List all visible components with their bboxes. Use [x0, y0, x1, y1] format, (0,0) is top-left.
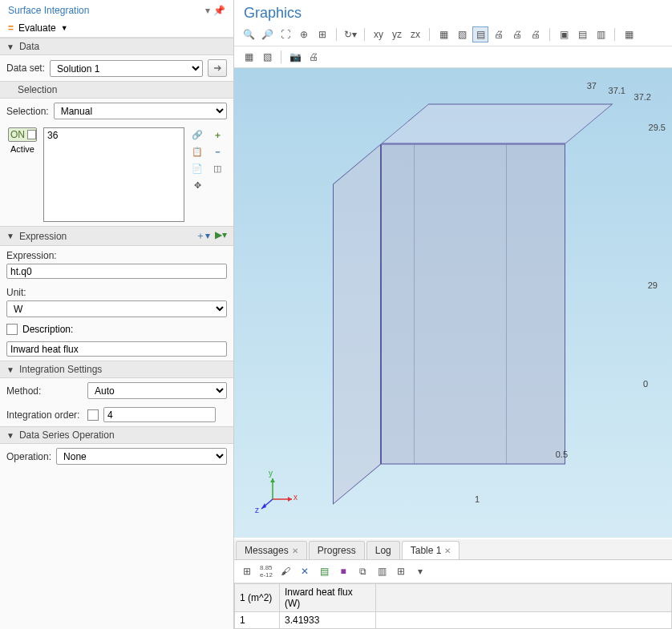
order-checkbox[interactable]	[87, 409, 99, 421]
dock-icon[interactable]: ▾	[205, 5, 210, 16]
table-header[interactable]: 1 (m^2)	[235, 584, 280, 612]
list-item[interactable]: 36	[47, 130, 180, 141]
table-cell[interactable]: 3.41933	[280, 612, 376, 629]
view-xy-icon[interactable]: xy	[370, 26, 387, 42]
axis-y-label: y	[269, 469, 273, 499]
order-input[interactable]	[103, 407, 216, 422]
link-icon[interactable]: 🔗	[189, 127, 205, 142]
select-boundary-icon[interactable]: ▥	[593, 26, 609, 42]
goto-source-button[interactable]	[208, 59, 227, 77]
results-table: 1 (m^2) Inward heat flux (W) 1 3.41933	[234, 583, 672, 629]
zoom-extents-icon[interactable]: ⊕	[296, 26, 312, 42]
description-checkbox[interactable]	[6, 324, 18, 335]
expression-label: Expression:	[6, 250, 227, 261]
print3-icon[interactable]: 🖨	[528, 26, 544, 42]
dropdown-arrow-icon[interactable]: ▼	[61, 24, 68, 32]
chevron-down-icon: ▼	[6, 232, 14, 240]
operation-select[interactable]: None	[56, 448, 227, 465]
tab-progress[interactable]: Progress	[309, 541, 365, 559]
axis-label: 37	[587, 81, 597, 91]
evaluate-button[interactable]: Evaluate	[18, 22, 56, 34]
tab-messages[interactable]: Messages✕	[236, 541, 307, 559]
brush-icon[interactable]: 🖌	[277, 563, 293, 579]
table-format-icon[interactable]: 8.85e-12	[258, 563, 274, 579]
tab-table1[interactable]: Table 1✕	[402, 541, 460, 559]
section-integration-header[interactable]: ▼ Integration Settings	[0, 361, 233, 378]
print-icon[interactable]: 🖨	[491, 26, 507, 42]
transparency-icon[interactable]: ▦	[435, 26, 451, 42]
section-data-header[interactable]: ▼ Data	[0, 38, 233, 55]
zoom-selected-icon[interactable]: ⊞	[314, 26, 330, 42]
play-expr-icon[interactable]: ▶▾	[215, 229, 227, 243]
move-icon[interactable]: ✥	[189, 178, 205, 192]
section-expression-title: Expression	[19, 231, 191, 242]
scene-light-icon[interactable]: ▤	[472, 26, 488, 42]
axis-label: 37.1	[609, 86, 625, 95]
selection-select[interactable]: Manual	[54, 103, 227, 119]
axis-label: 37.2	[634, 92, 651, 102]
view-yz-icon[interactable]: yz	[389, 26, 405, 42]
remove-icon[interactable]: －	[209, 144, 225, 159]
camera-icon[interactable]: 📷	[287, 49, 303, 65]
table-auto-icon[interactable]: ⊞	[239, 563, 255, 579]
add-icon[interactable]: ＋	[209, 127, 225, 142]
table-grid-icon[interactable]: ⊞	[393, 563, 409, 579]
zoom-in-icon[interactable]: 🔍	[241, 26, 257, 42]
add-expr-icon[interactable]: ＋▾	[196, 229, 210, 243]
order-row: Integration order:	[0, 403, 233, 426]
axis-label: 29.5	[649, 123, 666, 132]
face-front	[381, 144, 565, 465]
chevron-down-icon: ▼	[6, 42, 14, 51]
fill-icon[interactable]: ■	[335, 563, 351, 579]
face-side	[333, 144, 381, 505]
method-label: Method:	[6, 385, 83, 397]
axis-label: 1	[475, 494, 480, 504]
rotate-icon[interactable]: ↻▾	[342, 26, 358, 42]
zoom-box-icon[interactable]: ⛶	[277, 26, 293, 42]
paste-icon[interactable]: 📄	[189, 161, 205, 175]
copy-icon[interactable]: 📋	[189, 144, 205, 159]
unit-select[interactable]: W	[6, 300, 227, 317]
description-label: Description:	[22, 324, 73, 335]
close-icon[interactable]: ✕	[444, 546, 451, 555]
axis-label: 0	[643, 379, 648, 389]
plot-icon[interactable]: ▦	[241, 49, 257, 65]
graphics-viewport[interactable]: 37 37.1 37.2 29.5 29 0 0.5 1 x y z	[234, 68, 672, 538]
export-icon[interactable]: ▥	[374, 563, 390, 579]
table-cell[interactable]: 1	[235, 612, 280, 629]
method-select[interactable]: Auto	[87, 382, 227, 399]
print2-icon[interactable]: 🖨	[509, 26, 525, 42]
delete-icon[interactable]: ✕	[297, 563, 313, 579]
chevron-down-icon: ▼	[6, 431, 14, 440]
axis-x-label: x	[293, 493, 298, 499]
plot2-icon[interactable]: ▧	[259, 49, 275, 65]
unit-label: Unit:	[6, 287, 227, 298]
tab-log[interactable]: Log	[366, 541, 400, 559]
operation-row: Operation: None	[0, 444, 233, 469]
view-zx-icon[interactable]: zx	[407, 26, 423, 42]
section-expression-header[interactable]: ▼ Expression ＋▾ ▶▾	[0, 226, 233, 246]
active-toggle[interactable]: ON	[8, 127, 37, 142]
dropdown-icon[interactable]: ▾	[412, 563, 428, 579]
copy-table-icon[interactable]: ⧉	[354, 563, 370, 579]
wireframe-icon[interactable]: ▧	[454, 26, 470, 42]
selection-listbox[interactable]: 36	[43, 127, 184, 222]
table-display-icon[interactable]: ▤	[316, 563, 332, 579]
axis-triad: x y z	[258, 474, 298, 514]
dataset-select[interactable]: Solution 1	[50, 60, 203, 77]
table-header[interactable]: Inward heat flux (W)	[280, 584, 376, 612]
description-input[interactable]	[6, 341, 227, 357]
pin-icon[interactable]: 📌	[213, 5, 225, 16]
section-dataseries-header[interactable]: ▼ Data Series Operation	[0, 426, 233, 444]
select-object-icon[interactable]: ▣	[556, 26, 572, 42]
toggle-icon[interactable]: ◫	[209, 161, 225, 175]
select-domain-icon[interactable]: ▤	[574, 26, 590, 42]
print-output-icon[interactable]: 🖨	[306, 49, 322, 65]
settings-panel: Surface Integration ▾ 📌 = Evaluate ▼ ▼ D…	[0, 0, 234, 629]
zoom-out-icon[interactable]: 🔎	[259, 26, 275, 42]
expression-input[interactable]	[6, 264, 227, 279]
hide-icon[interactable]: ▦	[621, 26, 637, 42]
table-cell-empty	[376, 612, 672, 629]
selection-list-area: ON Active 36 🔗 📋 📄 ✥ ＋ － ◫	[0, 123, 233, 226]
close-icon[interactable]: ✕	[292, 546, 298, 555]
